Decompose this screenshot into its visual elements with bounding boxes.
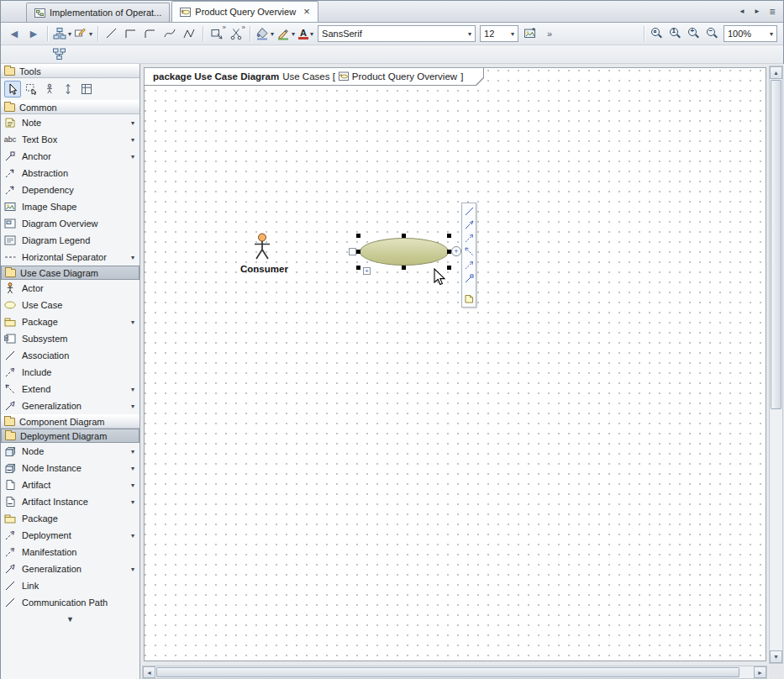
dropdown-arrow-icon[interactable]: ▾	[68, 30, 71, 38]
palette-item-diagram-legend[interactable]: Diagram Legend	[1, 232, 139, 249]
diagram-frame-header[interactable]: package Use Case Diagram Use Cases [ Pro…	[145, 68, 484, 86]
zoom-out-button[interactable]: −	[703, 24, 722, 43]
add-element-handle-icon[interactable]: +	[451, 246, 461, 256]
previous-tab-button[interactable]: ◄	[736, 5, 748, 18]
selection-handle[interactable]	[402, 234, 406, 238]
tab-implementation-of-operations[interactable]: Implementation of Operat...	[26, 3, 170, 22]
palette-item-abstraction[interactable]: Abstraction	[1, 165, 139, 182]
dropdown-arrow-icon[interactable]: ▾	[271, 30, 274, 38]
zoom-fit-button[interactable]	[648, 24, 666, 43]
dropdown-arrow-icon[interactable]: ▾	[131, 153, 134, 161]
dropdown-arrow-icon[interactable]: ▾	[131, 119, 134, 127]
smart-anchor-tool[interactable]	[464, 273, 475, 284]
palette-item-package[interactable]: Package ▾	[1, 313, 139, 330]
palette-section-tools[interactable]: Tools	[1, 64, 139, 78]
dropdown-arrow-icon[interactable]: ▾	[131, 498, 134, 506]
vertical-scrollbar[interactable]: ▲ ▼	[769, 66, 783, 664]
palette-item-artifact-instance[interactable]: Artifact Instance ▾	[1, 493, 139, 510]
tab-product-query-overview[interactable]: Product Query Overview ×	[171, 1, 318, 22]
next-tab-button[interactable]: ►	[751, 5, 763, 18]
drag-element-tool-button[interactable]	[41, 81, 58, 97]
palette-item-use-case[interactable]: Use Case	[1, 297, 139, 313]
dropdown-arrow-icon[interactable]: ▾	[292, 30, 295, 38]
palette-item-include[interactable]: Include	[1, 364, 139, 381]
palette-item-image-shape[interactable]: Image Shape	[1, 198, 139, 215]
scroll-down-button[interactable]: ▼	[770, 650, 782, 663]
font-color-button[interactable]: A ▾	[297, 24, 315, 43]
palette-item-link[interactable]: Link	[1, 577, 139, 594]
fill-color-button[interactable]: ▾	[255, 24, 275, 43]
horizontal-scrollbar[interactable]: ◄ ►	[142, 666, 767, 679]
scroll-up-button[interactable]: ▲	[770, 66, 782, 79]
selection-handle[interactable]	[402, 266, 406, 270]
font-family-combo[interactable]: SansSerif ▾	[318, 25, 476, 42]
zoom-in-button[interactable]: +	[685, 24, 703, 43]
palette-item-subsystem[interactable]: Subsystem	[1, 330, 139, 347]
dropdown-arrow-icon[interactable]: ▾	[131, 403, 134, 410]
smart-include-tool[interactable]	[464, 233, 475, 244]
palette-item-package-deployment[interactable]: Package	[1, 510, 139, 527]
selection-tool-button[interactable]	[4, 81, 21, 97]
dropdown-arrow-icon[interactable]: ▾	[131, 254, 134, 261]
smart-note-tool[interactable]	[464, 293, 475, 304]
palette-item-diagram-overview[interactable]: Diagram Overview	[1, 215, 139, 232]
palette-item-extend[interactable]: Extend ▾	[1, 381, 139, 397]
smart-generalization-tool[interactable]	[464, 219, 475, 230]
tab-close-button[interactable]: ×	[303, 8, 310, 16]
dropdown-arrow-icon[interactable]: ▾	[131, 136, 134, 144]
scroll-right-button[interactable]: ►	[754, 666, 766, 678]
oblique-line-style-button[interactable]	[103, 24, 121, 43]
palette-item-deployment[interactable]: Deployment ▾	[1, 527, 139, 544]
save-as-image-button[interactable]	[521, 24, 539, 43]
tab-list-button[interactable]: ≡	[766, 5, 778, 18]
actor-consumer[interactable]: Consumer	[240, 233, 284, 274]
palette-item-actor[interactable]: Actor	[1, 280, 139, 297]
zoom-level-combo[interactable]: 100% ▾	[723, 25, 777, 42]
palette-item-node-instance[interactable]: Node Instance ▾	[1, 460, 139, 476]
dropdown-arrow-icon[interactable]: ▾	[131, 465, 134, 472]
cut-tool-button[interactable]: »	[227, 24, 245, 43]
palette-item-anchor[interactable]: Anchor ▾	[1, 148, 139, 165]
palette-section-use-case-diagram[interactable]: Use Case Diagram	[1, 266, 139, 280]
resize-to-fit-button[interactable]: »	[208, 24, 226, 43]
layout-hierarchy-button[interactable]: ▾	[52, 24, 72, 43]
curved-line-style-button[interactable]	[160, 24, 179, 43]
dropdown-arrow-icon[interactable]: ▾	[131, 448, 134, 455]
palette-item-communication-path[interactable]: Communication Path	[1, 594, 139, 611]
selection-handle[interactable]	[447, 266, 451, 270]
smart-dependency-tool[interactable]	[464, 260, 475, 271]
palette-item-note[interactable]: Note ▾	[1, 114, 139, 131]
dropdown-arrow-icon[interactable]: ▾	[131, 566, 134, 573]
forward-button[interactable]: ►	[24, 24, 43, 43]
rounded-line-style-button[interactable]	[141, 24, 160, 43]
smart-association-tool[interactable]	[464, 206, 475, 217]
rectilinear-line-style-button[interactable]	[122, 24, 140, 43]
spline-line-style-button[interactable]	[180, 24, 198, 43]
palette-item-manifestation[interactable]: Manifestation	[1, 544, 139, 561]
toolbar-overflow-button[interactable]: »	[540, 24, 559, 43]
selection-handle[interactable]	[356, 250, 360, 254]
zoom-actual-button[interactable]: 1	[666, 24, 685, 43]
selected-use-case[interactable]: + +	[358, 235, 450, 269]
frame-selection-tool-button[interactable]	[23, 81, 39, 97]
palette-item-horizontal-separator[interactable]: Horizontal Separator ▾	[1, 249, 139, 266]
palette-scroll-down-button[interactable]: ▼	[1, 611, 139, 624]
diagram-canvas[interactable]: package Use Case Diagram Use Cases [ Pro…	[144, 67, 766, 661]
vertical-scroll-thumb[interactable]	[771, 80, 781, 409]
grid-tool-button[interactable]	[78, 81, 95, 97]
selection-handle[interactable]	[356, 234, 360, 238]
font-size-combo[interactable]: 12 ▾	[480, 25, 518, 42]
palette-section-common[interactable]: Common	[1, 100, 139, 114]
use-case-ellipse[interactable]	[360, 238, 449, 266]
palette-section-deployment-diagram[interactable]: Deployment Diagram	[1, 429, 139, 443]
expand-handle-icon[interactable]: +	[363, 267, 371, 275]
palette-item-text-box[interactable]: abc Text Box ▾	[1, 131, 139, 148]
dropdown-arrow-icon[interactable]: ▾	[310, 30, 313, 38]
dropdown-arrow-icon[interactable]: ▾	[131, 318, 134, 326]
dropdown-arrow-icon[interactable]: ▾	[131, 532, 134, 540]
smart-extend-tool[interactable]	[464, 246, 475, 257]
dropdown-arrow-icon[interactable]: ▾	[89, 30, 92, 38]
palette-item-dependency[interactable]: Dependency	[1, 182, 139, 198]
related-elements-button[interactable]	[50, 45, 68, 64]
vertical-resize-tool-button[interactable]	[60, 81, 76, 97]
